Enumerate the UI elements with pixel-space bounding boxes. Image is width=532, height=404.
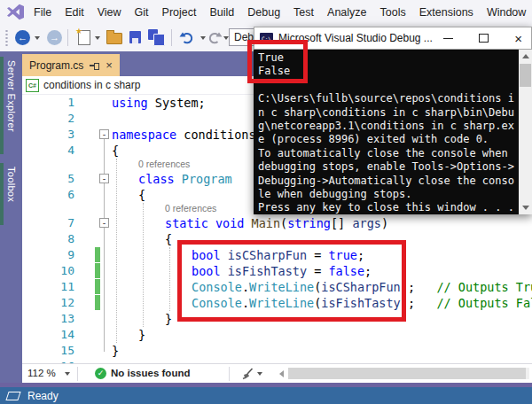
line-number: 8 — [22, 231, 74, 247]
annotation-console-output-highlight — [247, 40, 308, 83]
scroll-down-arrow[interactable] — [522, 206, 529, 210]
change-tracking-bar — [95, 247, 100, 262]
line-number: 5 — [22, 171, 74, 187]
menu-extensions[interactable]: Extensions — [419, 6, 473, 19]
console-line: Press any key to close this window . . . — [258, 201, 518, 214]
menu-edit[interactable]: Edit — [65, 6, 84, 19]
console-line: To automatically close the console when — [258, 147, 518, 160]
navigate-back-button[interactable]: ← — [15, 30, 30, 45]
side-tab-toolbox[interactable]: Toolbox — [0, 163, 22, 225]
undo-dropdown-caret[interactable] — [200, 36, 206, 40]
line-number: 14 — [22, 327, 74, 343]
check-icon: ✓ — [95, 368, 106, 379]
toolbar-separator — [67, 29, 68, 46]
scroll-up-arrow[interactable] — [522, 54, 529, 58]
save-all-button[interactable] — [148, 29, 164, 44]
side-tab-strip: Server Explorer Toolbox — [0, 51, 22, 383]
tab-title: Program.cs — [29, 59, 83, 72]
horizontal-scrollbar[interactable] — [288, 368, 529, 379]
line-number: 3 — [22, 127, 74, 143]
console-line: Debugging->Automatically close the conso — [258, 175, 518, 188]
zoom-level-select[interactable]: 112 % — [27, 368, 56, 378]
close-tab-icon[interactable]: × — [106, 59, 113, 71]
status-bar: Ready — [0, 387, 532, 404]
status-ready: Ready — [27, 390, 59, 402]
menu-analyze[interactable]: Analyze — [327, 6, 366, 19]
back-dropdown-caret[interactable] — [35, 36, 40, 40]
console-line: n c sharp\conditions in c sharp\bin\Debu — [258, 106, 518, 120]
zoom-dropdown-caret[interactable] — [65, 372, 70, 376]
change-tracking-bar — [95, 263, 100, 278]
fold-collapse-box[interactable]: - — [99, 174, 109, 183]
code-cleanup-caret[interactable] — [257, 372, 262, 376]
console-line: e (process 8996) exited with code 0. — [258, 133, 518, 146]
line-number: 10 — [22, 263, 74, 279]
menubar-items: FileEditViewGitProjectBuildDebugTestAnal… — [34, 6, 526, 19]
code-line[interactable]: 14} — [22, 327, 532, 343]
menu-view[interactable]: View — [98, 6, 121, 19]
console-scrollbar[interactable] — [519, 50, 532, 214]
issues-indicator[interactable]: No issues found — [111, 368, 190, 378]
line-number: 2 — [22, 111, 74, 127]
visual-studio-logo — [6, 4, 25, 20]
open-file-button[interactable] — [106, 33, 122, 44]
breadcrumb[interactable]: conditions in c sharp — [43, 79, 140, 91]
scroll-left-arrow[interactable] — [279, 370, 284, 377]
annotation-code-highlight — [177, 240, 406, 322]
separator — [77, 367, 78, 381]
line-number: 7 — [22, 215, 74, 231]
console-line: g\netcoreapp3.1\conditions in c sharp.ex — [258, 120, 518, 133]
console-line: debugging stops, enable Tools->Options-> — [258, 160, 518, 174]
separator — [229, 367, 230, 381]
change-tracking-bar — [95, 279, 100, 294]
new-file-button[interactable]: ★ — [78, 30, 90, 45]
editor-status-bar: 112 % ✓ No issues found — [22, 363, 532, 384]
toolbar-grip[interactable] — [4, 29, 9, 46]
side-tab-accent — [0, 163, 4, 225]
minimize-icon[interactable] — [443, 38, 453, 39]
menu-debug[interactable]: Debug — [247, 6, 280, 19]
console-line: le when debugging stops. — [258, 188, 518, 201]
console-line: C:\Users\fullb\source\repos\conditions i — [258, 92, 518, 105]
scrollbar-thumb[interactable] — [288, 368, 526, 379]
menu-test[interactable]: Test — [293, 6, 314, 19]
menu-build[interactable]: Build — [209, 6, 234, 19]
menu-window[interactable]: Window — [487, 6, 526, 19]
line-number: 4 — [22, 143, 74, 159]
code-line[interactable]: 7-static void Main(string[] args) — [22, 215, 532, 231]
line-number: 9 — [22, 247, 74, 263]
code-cleanup-icon[interactable] — [241, 368, 254, 380]
menu-git[interactable]: Git — [135, 6, 149, 19]
csharp-project-icon: C# — [26, 79, 39, 92]
menu-file[interactable]: File — [34, 6, 51, 19]
fold-collapse-box[interactable]: - — [99, 218, 109, 228]
navigate-forward-button[interactable]: → — [47, 30, 62, 45]
new-sparkle-icon: ★ — [75, 27, 82, 35]
line-number: 12 — [22, 295, 74, 311]
line-number: 11 — [22, 279, 74, 295]
save-button[interactable] — [129, 31, 141, 43]
line-number: 6 — [22, 187, 74, 203]
close-icon[interactable]: × — [514, 32, 522, 45]
pin-icon[interactable] — [90, 61, 99, 70]
toolbar-separator — [171, 29, 172, 46]
menu-project[interactable]: Project — [162, 6, 197, 19]
change-tracking-bar — [95, 295, 100, 310]
visual-studio-window: FileEditViewGitProjectBuildDebugTestAnal… — [0, 0, 532, 404]
redo-button[interactable] — [207, 30, 223, 44]
background-tasks-icon[interactable] — [5, 392, 20, 400]
scrollbar-thumb[interactable] — [520, 64, 531, 87]
side-tab-label: Server Explorer — [6, 60, 17, 132]
code-line[interactable]: 15} — [22, 343, 532, 359]
new-file-dropdown-caret[interactable] — [95, 36, 100, 40]
tab-program-cs[interactable]: Program.cs × — [22, 54, 120, 76]
menubar: FileEditViewGitProjectBuildDebugTestAnal… — [0, 0, 532, 25]
line-number: 1 — [22, 95, 74, 111]
menu-tools[interactable]: Tools — [380, 6, 406, 19]
fold-collapse-box[interactable]: - — [99, 129, 109, 139]
undo-button[interactable] — [179, 30, 194, 44]
side-tab-server-explorer[interactable]: Server Explorer — [0, 57, 22, 154]
maximize-icon[interactable] — [479, 34, 489, 43]
side-tab-label: Toolbox — [6, 167, 17, 202]
line-number: 13 — [22, 311, 74, 327]
